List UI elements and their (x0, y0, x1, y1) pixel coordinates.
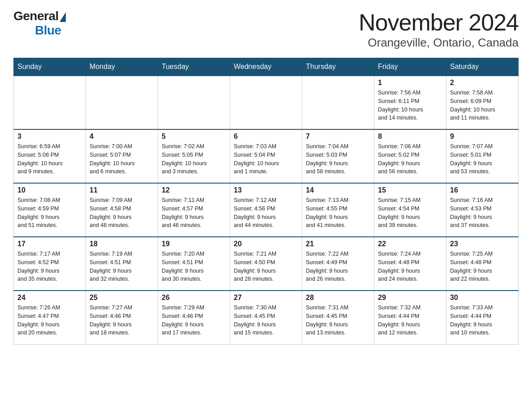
calendar-cell: 2Sunrise: 7:58 AM Sunset: 6:09 PM Daylig… (446, 76, 519, 129)
calendar-cell: 23Sunrise: 7:25 AM Sunset: 4:48 PM Dayli… (446, 237, 519, 291)
day-info: Sunrise: 7:12 AM Sunset: 4:56 PM Dayligh… (234, 196, 298, 230)
calendar-week-row: 24Sunrise: 7:26 AM Sunset: 4:47 PM Dayli… (14, 291, 519, 344)
day-info: Sunrise: 7:31 AM Sunset: 4:45 PM Dayligh… (306, 304, 370, 337)
day-info: Sunrise: 7:02 AM Sunset: 5:05 PM Dayligh… (162, 142, 226, 176)
day-info: Sunrise: 7:16 AM Sunset: 4:53 PM Dayligh… (450, 196, 515, 230)
day-number: 9 (450, 133, 515, 141)
calendar-cell: 20Sunrise: 7:21 AM Sunset: 4:50 PM Dayli… (230, 237, 302, 291)
day-info: Sunrise: 7:17 AM Sunset: 4:52 PM Dayligh… (17, 250, 82, 283)
day-info: Sunrise: 7:21 AM Sunset: 4:50 PM Dayligh… (234, 250, 298, 283)
day-info: Sunrise: 7:06 AM Sunset: 5:02 PM Dayligh… (378, 142, 442, 176)
calendar-cell: 12Sunrise: 7:11 AM Sunset: 4:57 PM Dayli… (158, 183, 230, 237)
calendar-week-row: 10Sunrise: 7:08 AM Sunset: 4:59 PM Dayli… (14, 183, 519, 237)
day-number: 1 (378, 79, 442, 87)
calendar-cell (158, 76, 230, 129)
day-number: 14 (306, 186, 370, 194)
day-number: 17 (17, 240, 82, 248)
calendar-cell: 4Sunrise: 7:00 AM Sunset: 5:07 PM Daylig… (86, 129, 158, 183)
calendar-cell: 26Sunrise: 7:29 AM Sunset: 4:46 PM Dayli… (158, 291, 230, 344)
day-number: 30 (450, 294, 515, 302)
day-number: 27 (234, 294, 298, 302)
calendar-cell: 18Sunrise: 7:19 AM Sunset: 4:51 PM Dayli… (86, 237, 158, 291)
logo: General Blue (13, 9, 66, 38)
day-info: Sunrise: 6:59 AM Sunset: 5:08 PM Dayligh… (17, 142, 82, 176)
day-info: Sunrise: 7:11 AM Sunset: 4:57 PM Dayligh… (162, 196, 226, 230)
day-number: 7 (306, 133, 370, 141)
logo-triangle-icon (60, 12, 66, 22)
day-number: 29 (378, 294, 442, 302)
calendar-cell: 25Sunrise: 7:27 AM Sunset: 4:46 PM Dayli… (86, 291, 158, 344)
day-number: 25 (90, 294, 154, 302)
calendar-cell: 24Sunrise: 7:26 AM Sunset: 4:47 PM Dayli… (14, 291, 86, 344)
day-number: 19 (162, 240, 226, 248)
day-number: 10 (17, 186, 82, 194)
day-number: 22 (378, 240, 442, 248)
calendar-cell: 17Sunrise: 7:17 AM Sunset: 4:52 PM Dayli… (14, 237, 86, 291)
day-info: Sunrise: 7:27 AM Sunset: 4:46 PM Dayligh… (90, 304, 154, 337)
calendar-cell (302, 76, 374, 129)
calendar-table: SundayMondayTuesdayWednesdayThursdayFrid… (13, 58, 519, 345)
day-info: Sunrise: 7:08 AM Sunset: 4:59 PM Dayligh… (17, 196, 82, 230)
calendar-cell: 28Sunrise: 7:31 AM Sunset: 4:45 PM Dayli… (302, 291, 374, 344)
page-title: November 2024 (359, 9, 519, 36)
calendar-cell: 14Sunrise: 7:13 AM Sunset: 4:55 PM Dayli… (302, 183, 374, 237)
calendar-cell: 15Sunrise: 7:15 AM Sunset: 4:54 PM Dayli… (374, 183, 446, 237)
day-number: 16 (450, 186, 515, 194)
calendar-cell: 3Sunrise: 6:59 AM Sunset: 5:08 PM Daylig… (14, 129, 86, 183)
calendar-week-row: 1Sunrise: 7:56 AM Sunset: 6:11 PM Daylig… (14, 76, 519, 129)
logo-blue-text: Blue (35, 23, 61, 37)
day-number: 6 (234, 133, 298, 141)
calendar-cell: 29Sunrise: 7:32 AM Sunset: 4:44 PM Dayli… (374, 291, 446, 344)
day-number: 4 (90, 133, 154, 141)
calendar-cell: 5Sunrise: 7:02 AM Sunset: 5:05 PM Daylig… (158, 129, 230, 183)
page-subtitle: Orangeville, Ontario, Canada (359, 36, 519, 50)
calendar-cell: 1Sunrise: 7:56 AM Sunset: 6:11 PM Daylig… (374, 76, 446, 129)
calendar-cell (14, 76, 86, 129)
day-number: 11 (90, 186, 154, 194)
calendar-cell: 10Sunrise: 7:08 AM Sunset: 4:59 PM Dayli… (14, 183, 86, 237)
day-info: Sunrise: 7:09 AM Sunset: 4:58 PM Dayligh… (90, 196, 154, 230)
weekday-header-wednesday: Wednesday (230, 58, 302, 76)
calendar-cell: 22Sunrise: 7:24 AM Sunset: 4:48 PM Dayli… (374, 237, 446, 291)
calendar-cell: 11Sunrise: 7:09 AM Sunset: 4:58 PM Dayli… (86, 183, 158, 237)
weekday-header-sunday: Sunday (14, 58, 86, 76)
day-info: Sunrise: 7:24 AM Sunset: 4:48 PM Dayligh… (378, 250, 442, 283)
day-info: Sunrise: 7:32 AM Sunset: 4:44 PM Dayligh… (378, 304, 442, 337)
weekday-header-monday: Monday (86, 58, 158, 76)
day-number: 3 (17, 133, 82, 141)
day-info: Sunrise: 7:56 AM Sunset: 6:11 PM Dayligh… (378, 89, 442, 122)
weekday-header-tuesday: Tuesday (158, 58, 230, 76)
calendar-cell: 27Sunrise: 7:30 AM Sunset: 4:45 PM Dayli… (230, 291, 302, 344)
day-number: 8 (378, 133, 442, 141)
calendar-week-row: 3Sunrise: 6:59 AM Sunset: 5:08 PM Daylig… (14, 129, 519, 183)
page-header: General Blue November 2024 Orangeville, … (13, 9, 519, 50)
title-block: November 2024 Orangeville, Ontario, Cana… (359, 9, 519, 50)
weekday-header-saturday: Saturday (446, 58, 519, 76)
day-info: Sunrise: 7:26 AM Sunset: 4:47 PM Dayligh… (17, 304, 82, 337)
day-info: Sunrise: 7:13 AM Sunset: 4:55 PM Dayligh… (306, 196, 370, 230)
calendar-cell: 30Sunrise: 7:33 AM Sunset: 4:44 PM Dayli… (446, 291, 519, 344)
day-number: 18 (90, 240, 154, 248)
calendar-cell: 7Sunrise: 7:04 AM Sunset: 5:03 PM Daylig… (302, 129, 374, 183)
logo-general-text: General (13, 9, 59, 23)
day-info: Sunrise: 7:22 AM Sunset: 4:49 PM Dayligh… (306, 250, 370, 283)
calendar-cell: 21Sunrise: 7:22 AM Sunset: 4:49 PM Dayli… (302, 237, 374, 291)
calendar-cell: 13Sunrise: 7:12 AM Sunset: 4:56 PM Dayli… (230, 183, 302, 237)
day-number: 24 (17, 294, 82, 302)
calendar-cell: 19Sunrise: 7:20 AM Sunset: 4:51 PM Dayli… (158, 237, 230, 291)
day-info: Sunrise: 7:15 AM Sunset: 4:54 PM Dayligh… (378, 196, 442, 230)
day-info: Sunrise: 7:07 AM Sunset: 5:01 PM Dayligh… (450, 142, 515, 176)
calendar-week-row: 17Sunrise: 7:17 AM Sunset: 4:52 PM Dayli… (14, 237, 519, 291)
day-number: 5 (162, 133, 226, 141)
weekday-header-thursday: Thursday (302, 58, 374, 76)
day-number: 23 (450, 240, 515, 248)
calendar-cell (86, 76, 158, 129)
day-info: Sunrise: 7:25 AM Sunset: 4:48 PM Dayligh… (450, 250, 515, 283)
day-info: Sunrise: 7:30 AM Sunset: 4:45 PM Dayligh… (234, 304, 298, 337)
day-info: Sunrise: 7:00 AM Sunset: 5:07 PM Dayligh… (90, 142, 154, 176)
day-number: 28 (306, 294, 370, 302)
calendar-cell: 16Sunrise: 7:16 AM Sunset: 4:53 PM Dayli… (446, 183, 519, 237)
day-number: 26 (162, 294, 226, 302)
day-info: Sunrise: 7:33 AM Sunset: 4:44 PM Dayligh… (450, 304, 515, 337)
calendar-cell (230, 76, 302, 129)
